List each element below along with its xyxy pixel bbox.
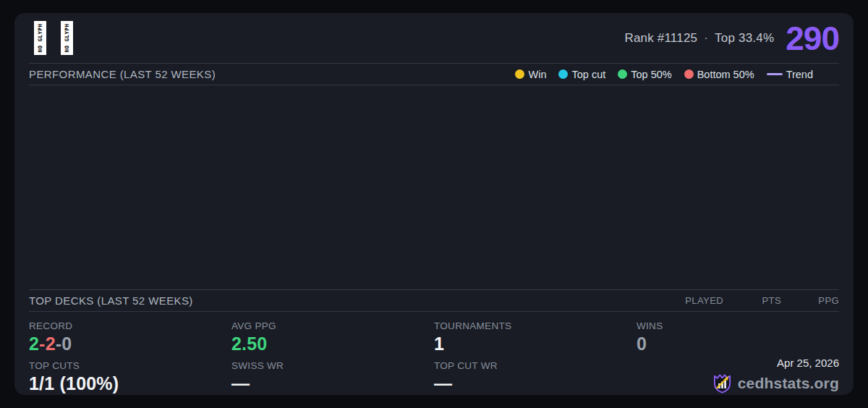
stat-label: TOURNAMENTS: [434, 320, 637, 331]
performance-chart-area: [29, 85, 839, 289]
stats-grid: RECORD 2-2-0 AVG PPG 2.50 TOURNAMENTS 1 …: [29, 312, 839, 395]
top-decks-title: TOP DECKS (LAST 52 WEEKS): [29, 294, 193, 307]
bottom-50-dot-icon: [684, 69, 694, 79]
no-glyph-box-1: NO GLYPH: [34, 21, 46, 55]
legend-item-win: Win: [515, 69, 546, 80]
stat-tournaments: TOURNAMENTS 1: [434, 315, 637, 355]
column-header-ppg: PPG: [781, 295, 839, 306]
stat-label: SWISS WR: [231, 360, 434, 371]
legend-label: Top cut: [571, 69, 605, 80]
record-losses: 2: [46, 333, 56, 354]
top-percent-label: Top 33.4%: [715, 31, 774, 45]
legend-item-top-50: Top 50%: [618, 69, 671, 80]
performance-title: PERFORMANCE (LAST 52 WEEKS): [29, 68, 216, 80]
rank-text: Rank #11125·Top 33.4%: [624, 31, 774, 46]
rank-label: Rank #11125: [624, 31, 697, 45]
chart-legend: Win Top cut Top 50% Bottom 50% Trend: [515, 69, 813, 80]
swiss-wr-value: —: [231, 373, 434, 394]
card-header: NO GLYPH NO GLYPH Rank #11125·Top 33.4% …: [29, 13, 839, 63]
rank-area: Rank #11125·Top 33.4% 290: [624, 22, 839, 55]
top-cuts-value: 1/1 (100%): [29, 373, 231, 394]
stat-top-cuts: TOP CUTS 1/1 (100%): [29, 355, 231, 395]
legend-item-top-cut: Top cut: [558, 69, 605, 80]
legend-label: Win: [528, 69, 546, 80]
record-dash: -: [39, 333, 46, 354]
commander-glyphs: NO GLYPH NO GLYPH: [34, 21, 73, 55]
legend-label: Top 50%: [631, 69, 671, 80]
stat-swiss-wr: SWISS WR —: [231, 355, 434, 395]
stat-label: WINS: [637, 320, 839, 331]
record-dash: -: [56, 333, 62, 354]
top-decks-columns: PLAYED PTS PPG: [665, 295, 839, 306]
legend-label: Trend: [786, 69, 813, 80]
record-value: 2-2-0: [29, 333, 231, 354]
top-50-dot-icon: [618, 69, 627, 79]
stat-record: RECORD 2-2-0: [29, 315, 231, 355]
record-draws: 0: [61, 333, 72, 354]
column-header-played: PLAYED: [665, 295, 723, 306]
legend-item-bottom-50: Bottom 50%: [684, 69, 754, 80]
top-decks-section-header: TOP DECKS (LAST 52 WEEKS) PLAYED PTS PPG: [29, 290, 839, 311]
legend-label: Bottom 50%: [697, 69, 754, 80]
footer: Apr 25, 2026 cedhstats.org: [637, 355, 839, 395]
stat-label: AVG PPG: [231, 320, 434, 331]
brand-name: cedhstats.org: [738, 375, 839, 392]
record-wins: 2: [29, 333, 39, 354]
no-glyph-text: NO GLYPH: [37, 23, 43, 52]
no-glyph-text: NO GLYPH: [64, 23, 70, 52]
points-value: 290: [786, 22, 839, 55]
stat-label: TOP CUT WR: [434, 360, 637, 371]
stats-card: NO GLYPH NO GLYPH Rank #11125·Top 33.4% …: [14, 13, 854, 395]
win-dot-icon: [515, 69, 524, 79]
performance-section-header: PERFORMANCE (LAST 52 WEEKS) Win Top cut …: [29, 64, 839, 85]
trend-line-icon: [767, 73, 783, 75]
dot-separator: ·: [704, 31, 708, 45]
stat-avg-ppg: AVG PPG 2.50: [231, 315, 434, 355]
top-cut-wr-value: —: [434, 373, 637, 394]
stat-wins: WINS 0: [637, 315, 839, 355]
tournaments-value: 1: [434, 333, 637, 354]
brand-row: cedhstats.org: [637, 373, 839, 394]
stat-label: TOP CUTS: [29, 360, 231, 371]
top-cut-dot-icon: [558, 69, 568, 79]
stat-top-cut-wr: TOP CUT WR —: [434, 355, 637, 395]
wins-value: 0: [637, 333, 839, 354]
avg-ppg-value: 2.50: [231, 333, 434, 354]
legend-item-trend: Trend: [767, 69, 813, 80]
cedhstats-logo-icon: [712, 373, 732, 394]
no-glyph-box-2: NO GLYPH: [61, 21, 73, 55]
stat-label: RECORD: [29, 320, 231, 331]
generated-date: Apr 25, 2026: [637, 357, 839, 369]
column-header-pts: PTS: [723, 295, 781, 306]
